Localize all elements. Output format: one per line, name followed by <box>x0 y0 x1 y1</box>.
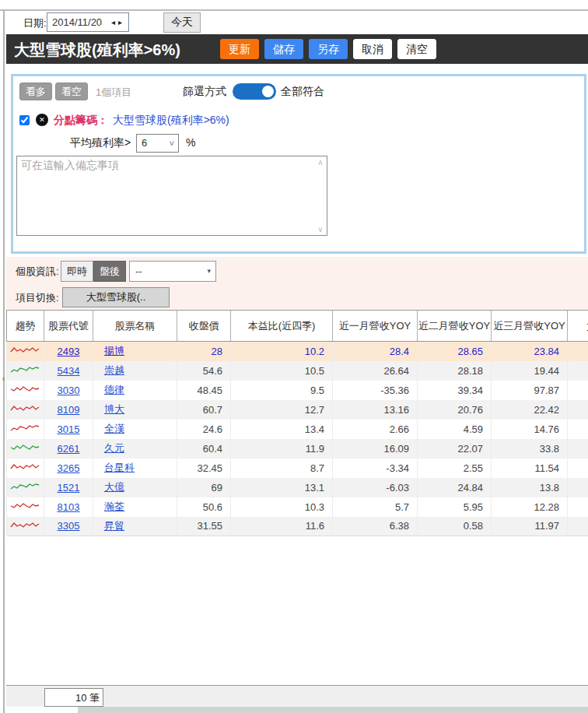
switch-list-button[interactable]: 大型雪球股(.. <box>62 287 170 307</box>
column-header-1[interactable]: 股票代號 <box>44 311 93 342</box>
scroll-down-icon[interactable]: ∨ <box>316 225 325 234</box>
filter-mode-toggle[interactable] <box>233 83 276 100</box>
bull-button[interactable]: 看多 <box>19 83 52 100</box>
date-input[interactable]: 2014/11/20 ◂▸ <box>47 12 129 32</box>
yoy-2m: 20.76 <box>418 400 492 420</box>
horizontal-scrollbar[interactable] <box>78 707 588 713</box>
table-header-row: 趨勢股票代號股票名稱收盤價本益比(近四季)近一月營收YOY近二月營收YOY近三月… <box>7 311 588 342</box>
yoy-3m: 22.42 <box>492 400 568 420</box>
titlebar-button-3[interactable]: 取消 <box>353 39 392 59</box>
remove-condition-icon[interactable]: ✕ <box>36 114 48 126</box>
stock-dropdown[interactable]: -- ▾ <box>129 261 216 282</box>
stock-code-link[interactable]: 3030 <box>58 385 80 396</box>
table-row[interactable]: 3015全漢24.613.42.664.5914.76 <box>7 420 588 439</box>
pe-ratio: 9.5 <box>231 381 333 400</box>
clipped-cell <box>568 361 588 381</box>
clipped-cell <box>568 400 588 420</box>
column-header-8[interactable]: 負 <box>568 311 588 342</box>
clipped-cell <box>568 381 588 400</box>
trend-sparkline-icon <box>7 517 44 536</box>
yoy-1m: 26.64 <box>333 361 418 381</box>
table-row[interactable]: 3030德律48.459.5-35.3639.3497.87 <box>7 381 588 400</box>
trend-sparkline-icon <box>7 497 44 517</box>
column-header-2[interactable]: 股票名稱 <box>93 311 177 342</box>
close-price: 50.6 <box>177 497 231 517</box>
stock-info-label: 個股資訊: <box>16 265 59 279</box>
column-header-4[interactable]: 本益比(近四季) <box>231 311 333 342</box>
close-price: 48.45 <box>177 381 231 400</box>
column-header-6[interactable]: 近二月營收YOY <box>418 311 492 342</box>
page-title: 大型雪球股(殖利率>6%) <box>14 40 180 61</box>
column-header-0[interactable]: 趨勢 <box>7 311 44 342</box>
table-row[interactable]: 5434崇越54.610.526.6428.1819.44 <box>7 361 588 381</box>
yoy-3m: 11.97 <box>492 517 568 536</box>
yoy-2m: 22.07 <box>418 439 492 458</box>
table-row[interactable]: 3265台星科32.458.7-3.342.5511.54 <box>7 458 588 478</box>
titlebar-button-2[interactable]: 另存 <box>309 39 348 59</box>
filter-mode-row: 看多 看空 1個項目 篩選方式 全部符合 <box>13 83 584 101</box>
memo-textarea[interactable]: 可在這輸入備忘事項 ∧ ∨ <box>16 156 327 236</box>
titlebar-button-1[interactable]: 儲存 <box>264 39 303 59</box>
pe-ratio: 11.6 <box>231 517 333 536</box>
trend-sparkline-icon <box>7 361 44 381</box>
stock-name-link[interactable]: 德律 <box>104 384 124 395</box>
yoy-3m: 14.76 <box>492 420 568 439</box>
table-row[interactable]: 2493揚博2810.228.428.6523.84 <box>7 342 588 361</box>
stock-code-link[interactable]: 6261 <box>58 443 80 455</box>
stock-name-link[interactable]: 瀚荃 <box>104 501 124 512</box>
date-toolbar: 日期: 2014/11/20 ◂▸ 今天 <box>6 12 588 33</box>
table-row[interactable]: 6261久元60.411.916.0922.0733.8 <box>7 439 588 458</box>
stock-code-link[interactable]: 8103 <box>58 501 80 513</box>
table-row[interactable]: 8103瀚荃50.610.35.75.9512.28 <box>7 497 588 517</box>
column-header-5[interactable]: 近一月營收YOY <box>333 311 418 342</box>
panel-splitter[interactable] <box>3 10 5 713</box>
title-bar-buttons: 更新儲存另存取消清空 <box>220 39 436 59</box>
close-price: 60.7 <box>177 400 231 420</box>
table-row[interactable]: 3305昇貿31.5511.66.380.5811.97 <box>7 517 588 536</box>
bear-button[interactable]: 看空 <box>55 83 88 100</box>
avg-yield-select[interactable]: 6 ˅ <box>136 134 179 153</box>
stock-name-link[interactable]: 久元 <box>104 442 124 454</box>
trend-sparkline-icon <box>7 478 44 497</box>
realtime-button[interactable]: 即時 <box>61 261 93 282</box>
stock-name-link[interactable]: 揚博 <box>104 345 124 356</box>
table-row[interactable]: 1521大億6913.1-6.0324.8413.8 <box>7 478 588 497</box>
condition-checkbox[interactable] <box>19 115 30 125</box>
date-label: 日期: <box>23 16 47 30</box>
yoy-2m: 28.18 <box>418 361 492 381</box>
yoy-3m: 33.8 <box>492 439 568 458</box>
close-price: 54.6 <box>177 361 231 381</box>
stock-code-link[interactable]: 8109 <box>58 404 80 416</box>
scroll-up-icon[interactable]: ∧ <box>316 158 325 167</box>
filter-mode-label: 篩選方式 <box>183 85 226 99</box>
stock-code-link[interactable]: 3265 <box>58 462 80 474</box>
titlebar-button-4[interactable]: 清空 <box>397 39 436 59</box>
pe-ratio: 10.2 <box>231 342 333 361</box>
stock-code-link[interactable]: 3015 <box>58 423 80 435</box>
close-price: 69 <box>177 478 231 497</box>
stock-code-link[interactable]: 2493 <box>58 346 80 357</box>
stock-code-link[interactable]: 5434 <box>58 365 80 377</box>
table-row[interactable]: 8109博大60.712.713.1620.7622.42 <box>7 400 588 420</box>
clipped-cell <box>568 458 588 478</box>
titlebar-button-0[interactable]: 更新 <box>220 39 259 59</box>
chevron-down-icon: ˅ <box>170 135 174 152</box>
stock-name-link[interactable]: 台星科 <box>104 462 135 473</box>
afterhours-button[interactable]: 盤後 <box>93 261 126 282</box>
column-header-3[interactable]: 收盤價 <box>177 311 231 342</box>
stock-code-link[interactable]: 3305 <box>58 520 80 532</box>
stock-name-link[interactable]: 昇貿 <box>104 520 124 532</box>
stock-code-link[interactable]: 1521 <box>58 482 80 493</box>
stock-name-link[interactable]: 博大 <box>104 403 124 415</box>
filter-mode-value: 全部符合 <box>281 85 324 99</box>
date-next-icon[interactable]: ▸ <box>118 18 125 26</box>
row-count-input[interactable]: 10 筆 <box>44 688 103 707</box>
stock-name-link[interactable]: 崇越 <box>104 364 124 376</box>
condition-link[interactable]: 大型雪球股(殖利率>6%) <box>113 114 229 128</box>
stock-name-link[interactable]: 大億 <box>104 481 124 493</box>
pe-ratio: 10.3 <box>231 497 333 517</box>
date-prev-icon[interactable]: ◂ <box>111 18 118 26</box>
today-button[interactable]: 今天 <box>163 12 201 33</box>
stock-name-link[interactable]: 全漢 <box>104 423 124 434</box>
column-header-7[interactable]: 近三月營收YOY <box>492 311 568 342</box>
